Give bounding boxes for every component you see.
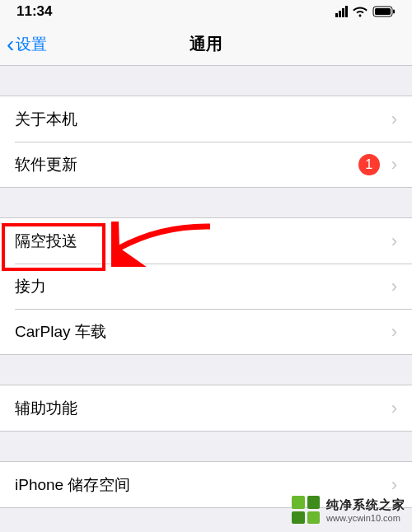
page-title: 通用 [190, 33, 222, 55]
watermark-text: 纯净系统之家 www.ycwin10.com [326, 497, 405, 523]
section-accessibility: 辅助功能 › [0, 385, 412, 432]
row-label: 辅助功能 [15, 398, 385, 419]
status-bar: 11:34 [0, 0, 412, 23]
row-airdrop[interactable]: 隔空投送 › [0, 218, 412, 264]
status-icons [335, 6, 396, 17]
chevron-right-icon: › [391, 474, 397, 496]
watermark: 纯净系统之家 www.ycwin10.com [292, 496, 405, 524]
svg-rect-2 [393, 10, 395, 14]
battery-icon [372, 6, 396, 17]
chevron-left-icon: ‹ [7, 33, 14, 56]
row-label: 隔空投送 [15, 231, 385, 252]
chevron-right-icon: › [391, 154, 397, 175]
section-continuity: 隔空投送 › 接力 › CarPlay 车载 › [0, 217, 412, 355]
row-label: 关于本机 [15, 109, 385, 130]
row-accessibility[interactable]: 辅助功能 › [0, 385, 412, 431]
watermark-logo-icon [292, 496, 320, 524]
row-label: CarPlay 车载 [15, 321, 385, 343]
chevron-right-icon: › [391, 276, 397, 297]
navigation-bar: ‹ 设置 通用 [0, 23, 412, 66]
chevron-right-icon: › [391, 398, 397, 419]
watermark-url: www.ycwin10.com [326, 513, 405, 523]
watermark-title: 纯净系统之家 [326, 497, 405, 513]
svg-rect-1 [375, 8, 391, 15]
section-device: 关于本机 › 软件更新 1 › [0, 96, 412, 188]
back-button[interactable]: ‹ 设置 [0, 33, 47, 56]
back-label: 设置 [16, 34, 47, 55]
chevron-right-icon: › [391, 321, 397, 343]
wifi-icon [353, 6, 368, 17]
chevron-right-icon: › [391, 231, 397, 252]
row-about[interactable]: 关于本机 › [0, 96, 412, 142]
status-time: 11:34 [16, 3, 52, 20]
row-label: 接力 [15, 276, 385, 297]
chevron-right-icon: › [391, 109, 397, 130]
row-label: iPhone 储存空间 [15, 474, 385, 496]
row-software-update[interactable]: 软件更新 1 › [0, 142, 412, 187]
row-carplay[interactable]: CarPlay 车载 › [0, 309, 412, 354]
notification-badge: 1 [358, 154, 380, 175]
row-label: 软件更新 [15, 154, 358, 175]
row-handoff[interactable]: 接力 › [0, 264, 412, 309]
cellular-signal-icon [335, 6, 348, 17]
